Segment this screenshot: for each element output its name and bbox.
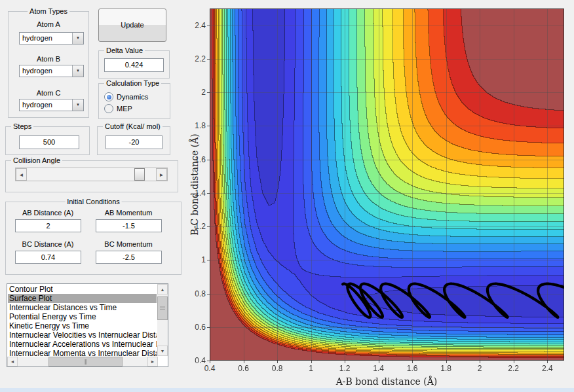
bc-distance-label: BC Distance (A) — [22, 240, 74, 248]
x-tick-label: 0.4 — [199, 364, 221, 373]
y-tick-mark — [207, 59, 210, 60]
x-tick-mark — [480, 361, 480, 363]
chevron-down-icon[interactable]: ▼ — [72, 33, 83, 44]
initial-conditions-panel: Initial Conditions AB Distance (A) AB Mo… — [5, 202, 182, 275]
y-tick-mark — [207, 26, 210, 26]
x-tick-mark — [277, 361, 278, 363]
radio-dynamics-label: Dynamics — [117, 93, 148, 101]
slider-right-arrow-icon[interactable]: ► — [156, 168, 167, 181]
collision-angle-panel: Collision Angle ◄ ► — [5, 160, 178, 192]
y-tick-label: 0.4 — [183, 356, 206, 365]
steps-panel: Steps 500 — [5, 126, 90, 155]
y-tick-label: 1 — [183, 255, 206, 264]
atom-b-dropdown[interactable]: hydrogen ▼ — [19, 65, 84, 77]
x-axis-label: A-B bond distance (Å) — [336, 376, 438, 387]
horizontal-scrollbar[interactable]: ◄ ► — [7, 357, 158, 366]
plot-type-list-items: Contour PlotSurface PlotInternuclear Dis… — [8, 285, 157, 357]
atom-types-title: Atom Types — [28, 7, 69, 15]
x-tick-label: 0.6 — [233, 364, 255, 373]
slider-thumb[interactable] — [134, 168, 145, 181]
radio-mep[interactable] — [104, 104, 113, 113]
vertical-scrollbar[interactable]: ▲ ▼ — [157, 284, 168, 356]
bc-momentum-label: BC Momentum — [104, 240, 152, 248]
atom-a-label: Atom A — [37, 20, 60, 28]
cutoff-panel: Cutoff (Kcal/ mol) -20 — [97, 126, 170, 155]
calculation-type-panel: Calculation Type Dynamics MEP — [98, 83, 170, 119]
delta-value-input[interactable]: 0.424 — [104, 58, 164, 72]
atom-types-panel: Atom Types Atom A hydrogen ▼ Atom B hydr… — [8, 11, 89, 118]
x-tick-mark — [547, 361, 548, 363]
list-item[interactable]: Internuclear Distances vs Time — [8, 303, 157, 312]
y-tick-mark — [207, 327, 210, 328]
y-tick-label: 1.8 — [183, 121, 206, 130]
bc-distance-input[interactable]: 0.74 — [15, 251, 81, 264]
x-tick-label: 2 — [469, 364, 491, 373]
x-tick-label: 1 — [300, 364, 322, 373]
ab-momentum-input[interactable]: -1.5 — [96, 219, 162, 232]
y-tick-mark — [207, 294, 210, 294]
list-item[interactable]: Kinetic Energy vs Time — [8, 321, 157, 330]
x-tick-label: 2.4 — [536, 364, 558, 373]
y-tick-label: 2 — [183, 88, 206, 97]
atom-c-value: hydrogen — [22, 99, 52, 111]
y-tick-label: 2.4 — [183, 21, 206, 30]
x-tick-mark — [412, 361, 413, 363]
y-tick-mark — [207, 260, 210, 260]
list-item[interactable]: Potential Energy vs Time — [8, 312, 157, 321]
scroll-down-icon[interactable]: ▼ — [157, 346, 168, 356]
ab-distance-label: AB Distance (A) — [22, 209, 73, 217]
scroll-right-icon[interactable]: ► — [147, 357, 158, 366]
y-tick-label: 0.6 — [183, 323, 206, 332]
bc-momentum-input[interactable]: -2.5 — [96, 251, 162, 264]
chevron-down-icon[interactable]: ▼ — [72, 65, 83, 77]
list-item[interactable]: Internuclear Velocities vs Internuclear … — [8, 330, 157, 340]
update-button[interactable]: Update — [98, 9, 166, 42]
collision-angle-title: Collision Angle — [11, 156, 62, 164]
radio-dynamics[interactable] — [104, 92, 113, 101]
y-tick-mark — [207, 361, 210, 361]
x-tick-mark — [210, 361, 210, 363]
delta-value-panel: Delta Value 0.424 — [98, 50, 170, 79]
cutoff-title: Cutoff (Kcal/ mol) — [103, 122, 163, 130]
x-tick-mark — [244, 361, 244, 363]
atom-c-label: Atom C — [37, 89, 61, 97]
y-tick-mark — [207, 160, 210, 160]
initial-conditions-title: Initial Conditions — [65, 198, 122, 205]
atom-b-value: hydrogen — [22, 65, 52, 77]
cutoff-input[interactable]: -20 — [105, 135, 163, 149]
list-item[interactable]: Surface Plot — [8, 294, 157, 303]
x-tick-label: 1.2 — [334, 364, 356, 373]
x-tick-label: 1.4 — [368, 364, 390, 373]
y-tick-mark — [207, 126, 210, 126]
list-item[interactable]: Contour Plot — [8, 285, 157, 294]
x-tick-mark — [311, 361, 312, 363]
atom-b-label: Atom B — [37, 55, 60, 63]
delta-value-title: Delta Value — [104, 46, 145, 54]
vertical-scroll-thumb[interactable] — [157, 296, 168, 320]
ab-momentum-label: AB Momentum — [105, 209, 153, 217]
steps-input[interactable]: 500 — [19, 135, 79, 149]
x-tick-label: 1.6 — [401, 364, 423, 373]
y-tick-label: 2.2 — [183, 54, 206, 63]
scroll-left-icon[interactable]: ◄ — [7, 357, 18, 366]
steps-title: Steps — [11, 122, 33, 130]
calculation-type-title: Calculation Type — [104, 79, 161, 87]
atom-a-dropdown[interactable]: hydrogen ▼ — [19, 32, 84, 45]
collision-angle-slider[interactable]: ◄ ► — [15, 168, 168, 181]
y-tick-mark — [207, 92, 210, 93]
y-tick-mark — [207, 226, 210, 227]
potential-energy-surface-plot — [210, 9, 564, 361]
y-tick-label: 0.8 — [183, 289, 206, 298]
scroll-up-icon[interactable]: ▲ — [157, 284, 168, 294]
x-tick-label: 0.8 — [266, 364, 288, 373]
list-item[interactable]: Internuclear Momenta vs Internuclear Dis… — [8, 349, 157, 357]
radio-mep-label: MEP — [117, 105, 132, 113]
x-tick-label: 1.8 — [435, 364, 457, 373]
ab-distance-input[interactable]: 2 — [15, 219, 81, 232]
chevron-down-icon[interactable]: ▼ — [72, 99, 83, 111]
slider-left-arrow-icon[interactable]: ◄ — [16, 168, 27, 181]
list-item[interactable]: Internuclear Accelerations vs Internucle… — [8, 340, 157, 349]
plot-type-listbox[interactable]: Contour PlotSurface PlotInternuclear Dis… — [7, 283, 168, 367]
horizontal-scroll-thumb[interactable] — [48, 357, 123, 366]
atom-c-dropdown[interactable]: hydrogen ▼ — [19, 99, 84, 111]
